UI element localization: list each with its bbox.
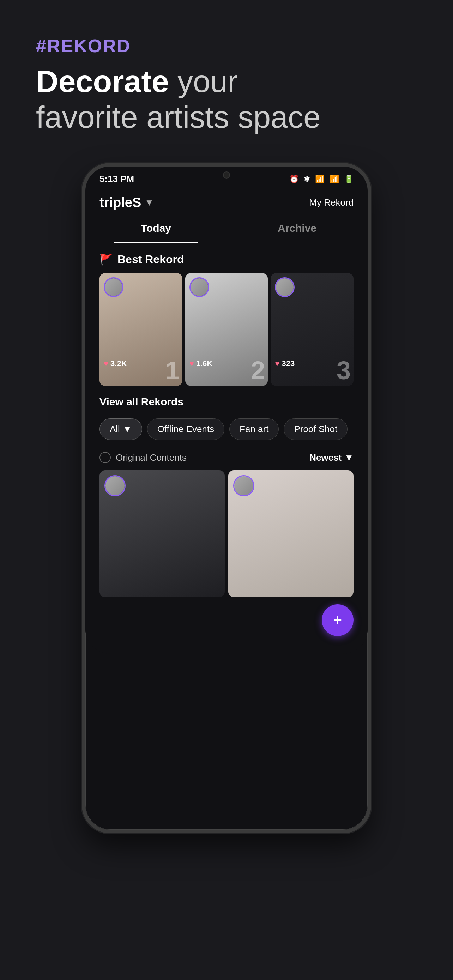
phone-frame: 5:13 PM ⏰ ✱ 📶 📶 🔋 tripleS ▼ My — [82, 163, 371, 833]
hero-line2: favorite artists space — [36, 99, 321, 134]
artist-chevron-icon: ▼ — [145, 197, 154, 208]
filter-row: All ▼ Offline Events Fan art Proof Shot — [85, 415, 368, 447]
rekord-card-3[interactable]: ♥ 323 3 — [270, 273, 353, 386]
card-rank-2: 2 — [251, 358, 265, 383]
card-likes-3: ♥ 323 — [275, 359, 295, 368]
filter-chevron-icon: ▼ — [123, 424, 132, 434]
my-rekord-button[interactable]: My Rekord — [309, 197, 353, 208]
filter-proof-shot[interactable]: Proof Shot — [284, 418, 348, 440]
heart-icon-3: ♥ — [275, 359, 280, 368]
status-icons: ⏰ ✱ 📶 📶 🔋 — [289, 175, 353, 184]
content-avatar-1 — [105, 475, 126, 496]
camera-notch — [223, 172, 230, 178]
battery-icon: 🔋 — [344, 175, 353, 184]
sort-row: Original Contents Newest ▼ — [85, 447, 368, 470]
content-avatar-2 — [233, 475, 254, 496]
sort-newest[interactable]: Newest ▼ — [309, 452, 353, 463]
filter-all[interactable]: All ▼ — [100, 418, 142, 440]
rekord-card-2[interactable]: ♥ 1.6K 2 — [185, 273, 268, 386]
heart-icon-1: ♥ — [104, 359, 108, 368]
content-card-2[interactable] — [228, 470, 353, 597]
fab-plus-icon: + — [334, 612, 342, 628]
heart-icon-2: ♥ — [189, 359, 194, 368]
tab-archive[interactable]: Archive — [227, 214, 368, 243]
flag-icon: 🚩 — [100, 253, 113, 266]
status-time: 5:13 PM — [100, 173, 134, 185]
content-card-1[interactable] — [100, 470, 225, 597]
content-grid — [85, 470, 368, 611]
avatar-2 — [189, 277, 209, 297]
card-likes-1: ♥ 3.2K — [104, 359, 127, 368]
artist-name-area[interactable]: tripleS ▼ — [100, 195, 154, 210]
radio-icon — [100, 452, 111, 463]
view-all-rekords[interactable]: View all Rekords — [85, 386, 368, 415]
hero-bold: Decorate — [36, 64, 169, 99]
hero-normal: your — [169, 64, 238, 99]
card-rank-1: 1 — [165, 358, 180, 383]
tab-today[interactable]: Today — [85, 214, 227, 243]
sort-chevron-icon: ▼ — [344, 452, 353, 463]
rekord-card-1[interactable]: ♥ 3.2K 1 — [100, 273, 183, 386]
signal-icon: 📶 — [329, 175, 339, 184]
best-rekord-title: 🚩 Best Rekord — [85, 243, 368, 273]
avatar-1 — [104, 277, 124, 297]
rekord-grid: ♥ 3.2K 1 ♥ 1.6K 2 — [85, 273, 368, 386]
phone-screen: 5:13 PM ⏰ ✱ 📶 📶 🔋 tripleS ▼ My — [85, 167, 368, 654]
header-section: #REKORD Decorate your favorite artists s… — [32, 28, 421, 153]
card-rank-3: 3 — [337, 358, 351, 383]
artist-label: tripleS — [100, 195, 141, 210]
fab-button[interactable]: + — [322, 604, 353, 636]
hero-text: Decorate your favorite artists space — [36, 64, 421, 135]
tabs-row: Today Archive — [85, 214, 368, 243]
filter-fan-art[interactable]: Fan art — [229, 418, 279, 440]
page-wrapper: #REKORD Decorate your favorite artists s… — [0, 0, 453, 980]
filter-offline-events[interactable]: Offline Events — [147, 418, 224, 440]
wifi-icon: 📶 — [315, 175, 324, 184]
hashtag-label: #REKORD — [36, 35, 421, 56]
original-contents-toggle[interactable]: Original Contents — [100, 452, 187, 463]
card-likes-2: ♥ 1.6K — [189, 359, 213, 368]
alarm-icon: ⏰ — [289, 175, 299, 184]
bluetooth-icon: ✱ — [304, 175, 310, 184]
app-header: tripleS ▼ My Rekord — [85, 188, 368, 214]
phone-wrapper: 5:13 PM ⏰ ✱ 📶 📶 🔋 tripleS ▼ My — [82, 163, 371, 833]
